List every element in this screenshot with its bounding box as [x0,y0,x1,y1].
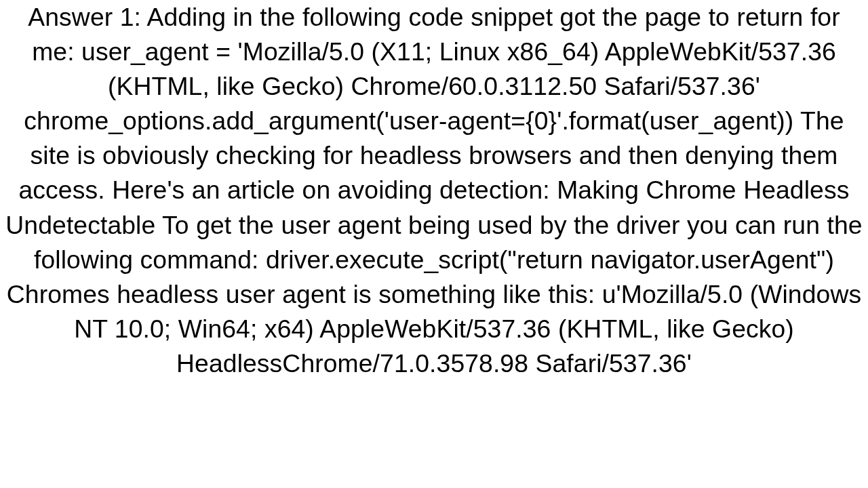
answer-body-text: Answer 1: Adding in the following code s… [0,0,868,381]
document-page: Answer 1: Adding in the following code s… [0,0,868,488]
